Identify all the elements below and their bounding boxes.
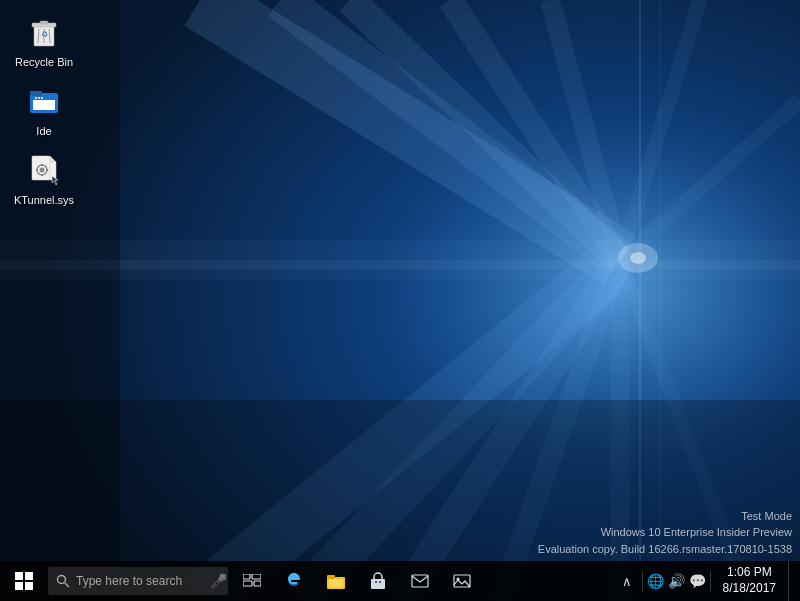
network-icon[interactable]: 🌐 xyxy=(647,573,664,589)
mail-button[interactable] xyxy=(400,561,440,601)
start-button[interactable] xyxy=(0,561,48,601)
svg-line-52 xyxy=(65,583,69,587)
svg-rect-54 xyxy=(252,574,261,579)
svg-point-51 xyxy=(58,576,66,584)
svg-point-35 xyxy=(38,97,40,99)
svg-point-41 xyxy=(40,168,45,173)
task-view-button[interactable] xyxy=(232,561,272,601)
task-view-icon xyxy=(243,574,261,588)
svg-rect-59 xyxy=(329,579,343,587)
tray-divider xyxy=(642,571,643,591)
clock-area[interactable]: 1:06 PM 8/18/2017 xyxy=(715,561,784,601)
taskbar-middle xyxy=(232,561,482,601)
windows-logo-icon xyxy=(15,572,33,590)
svg-rect-48 xyxy=(25,572,33,580)
svg-rect-64 xyxy=(454,575,470,587)
tray-divider-2 xyxy=(710,571,711,591)
svg-rect-61 xyxy=(375,581,377,583)
tray-expand-icon[interactable]: ∧ xyxy=(622,574,632,589)
edge-button[interactable] xyxy=(274,561,314,601)
desktop: ♻ Recycle Bin Ide xyxy=(0,0,800,601)
file-explorer-icon xyxy=(327,573,345,589)
svg-point-34 xyxy=(35,97,37,99)
svg-rect-31 xyxy=(30,91,42,96)
recycle-bin-icon-item[interactable]: ♻ Recycle Bin xyxy=(8,8,80,73)
tray-icons-group: ∧ xyxy=(616,574,638,589)
ide-icon xyxy=(24,81,64,121)
svg-rect-55 xyxy=(243,581,252,586)
microphone-icon: 🎤 xyxy=(210,573,227,589)
svg-rect-53 xyxy=(243,574,250,579)
svg-rect-50 xyxy=(25,582,33,590)
search-icon xyxy=(56,574,70,588)
svg-rect-44 xyxy=(36,169,38,171)
svg-rect-49 xyxy=(15,582,23,590)
photos-icon xyxy=(453,573,471,589)
system-tray: ∧ 🌐 🔊 💬 1:06 PM 8/18/2017 xyxy=(616,561,800,601)
tray-date: 8/18/2017 xyxy=(723,581,776,597)
svg-rect-56 xyxy=(254,581,261,586)
recycle-bin-label: Recycle Bin xyxy=(15,56,73,69)
store-icon xyxy=(369,572,387,590)
svg-rect-63 xyxy=(412,575,428,587)
tray-time: 1:06 PM xyxy=(727,565,772,581)
svg-rect-43 xyxy=(41,174,43,176)
svg-point-36 xyxy=(41,97,43,99)
mail-icon xyxy=(411,574,429,588)
store-button[interactable] xyxy=(358,561,398,601)
volume-icon[interactable]: 🔊 xyxy=(668,573,685,589)
ide-icon-item[interactable]: Ide xyxy=(8,77,80,142)
svg-rect-60 xyxy=(371,579,385,589)
svg-rect-58 xyxy=(327,575,335,579)
ide-label: Ide xyxy=(36,125,51,138)
ktunnel-label: KTunnel.sys xyxy=(14,194,74,207)
svg-text:♻: ♻ xyxy=(41,30,48,39)
svg-point-20 xyxy=(630,252,646,264)
svg-marker-38 xyxy=(50,156,56,162)
edge-icon xyxy=(285,572,303,590)
svg-rect-62 xyxy=(379,581,381,583)
search-input[interactable] xyxy=(76,574,206,588)
notification-icon[interactable]: 💬 xyxy=(689,573,706,589)
show-desktop-button[interactable] xyxy=(788,561,796,601)
svg-rect-45 xyxy=(46,169,48,171)
ktunnel-icon xyxy=(24,150,64,190)
wallpaper xyxy=(0,0,800,601)
svg-rect-47 xyxy=(15,572,23,580)
svg-rect-25 xyxy=(40,21,48,24)
ktunnel-icon-item[interactable]: KTunnel.sys xyxy=(8,146,80,211)
file-explorer-button[interactable] xyxy=(316,561,356,601)
recycle-bin-icon: ♻ xyxy=(24,12,64,52)
taskbar: 🎤 xyxy=(0,561,800,601)
search-bar[interactable]: 🎤 xyxy=(48,567,228,595)
desktop-icons-container: ♻ Recycle Bin Ide xyxy=(0,0,88,220)
svg-rect-42 xyxy=(41,164,43,166)
photos-button[interactable] xyxy=(442,561,482,601)
